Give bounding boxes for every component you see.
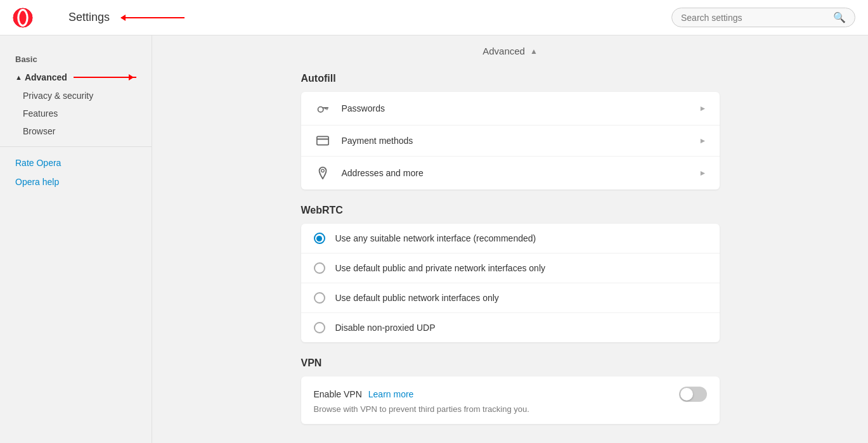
webrtc-option-default-public-label: Use default public network interfaces on… xyxy=(335,293,499,303)
passwords-row[interactable]: Passwords ► xyxy=(301,92,720,125)
svg-rect-10 xyxy=(316,136,328,144)
addresses-label: Addresses and more xyxy=(342,168,699,178)
vpn-description: Browse with VPN to prevent third parties… xyxy=(314,404,707,414)
webrtc-option-any[interactable]: Use any suitable network interface (reco… xyxy=(301,224,720,254)
radio-btn-default-public[interactable] xyxy=(314,292,325,304)
autofill-card: Passwords ► Payment methods ► xyxy=(301,92,720,189)
webrtc-option-disable-udp[interactable]: Disable non-proxied UDP xyxy=(301,313,720,342)
pin-icon xyxy=(314,167,332,179)
card-icon xyxy=(314,136,332,146)
vpn-toggle[interactable] xyxy=(679,387,707,402)
search-input[interactable] xyxy=(681,13,833,23)
sidebar-item-features[interactable]: Features xyxy=(0,105,152,122)
page-title: Settings xyxy=(68,11,110,24)
vpn-section-title: VPN xyxy=(301,357,720,369)
advanced-header-text: Advanced xyxy=(483,46,525,56)
chevron-down-icon: ▲ xyxy=(15,74,22,81)
layout: Basic ▲ Advanced Privacy & security Feat… xyxy=(0,35,868,443)
header: Settings 🔍 xyxy=(0,0,868,35)
addresses-chevron-icon: ► xyxy=(699,169,707,177)
content-area: Autofill Passwords ► xyxy=(282,73,739,424)
search-icon: 🔍 xyxy=(833,11,846,23)
autofill-section-title: Autofill xyxy=(301,73,720,84)
vpn-learn-more-link[interactable]: Learn more xyxy=(368,389,414,399)
radio-btn-any[interactable] xyxy=(314,233,325,244)
search-box[interactable]: 🔍 xyxy=(671,8,855,27)
title-arrow-annotation xyxy=(121,17,185,18)
payment-methods-label: Payment methods xyxy=(342,136,699,146)
webrtc-option-any-label: Use any suitable network interface (reco… xyxy=(335,233,536,243)
sidebar-item-privacy[interactable]: Privacy & security xyxy=(0,87,152,105)
vpn-label-group: Enable VPN Learn more xyxy=(314,389,414,399)
main-content: Advanced ▲ Autofill Passw xyxy=(152,35,868,443)
advanced-section-header: Advanced ▲ xyxy=(152,35,868,67)
advanced-label: Advanced xyxy=(25,72,67,82)
passwords-label: Passwords xyxy=(342,103,699,113)
vpn-row-top: Enable VPN Learn more xyxy=(314,387,707,402)
sidebar-item-advanced[interactable]: ▲ Advanced xyxy=(0,68,152,87)
rate-opera-link[interactable]: Rate Opera xyxy=(0,153,152,172)
vpn-card: Enable VPN Learn more Browse with VPN to… xyxy=(301,376,720,424)
sidebar-item-browser[interactable]: Browser xyxy=(0,122,152,140)
webrtc-option-default-both[interactable]: Use default public and private network i… xyxy=(301,254,720,283)
sidebar-basic-label: Basic xyxy=(0,48,152,68)
advanced-arrow-annotation xyxy=(74,77,136,78)
opera-logo-main xyxy=(13,8,33,28)
opera-help-link[interactable]: Opera help xyxy=(0,172,152,191)
chevron-up-icon: ▲ xyxy=(530,47,538,56)
payment-chevron-icon: ► xyxy=(699,136,707,145)
vpn-enable-label: Enable VPN xyxy=(314,389,362,399)
webrtc-option-default-both-label: Use default public and private network i… xyxy=(335,263,546,273)
radio-btn-default-both[interactable] xyxy=(314,262,325,274)
sidebar-divider xyxy=(0,146,152,147)
webrtc-option-disable-udp-label: Disable non-proxied UDP xyxy=(335,323,436,333)
sidebar: Basic ▲ Advanced Privacy & security Feat… xyxy=(0,35,152,443)
passwords-chevron-icon: ► xyxy=(699,104,707,113)
svg-point-12 xyxy=(321,169,324,172)
webrtc-card: Use any suitable network interface (reco… xyxy=(301,224,720,342)
webrtc-option-default-public[interactable]: Use default public network interfaces on… xyxy=(301,283,720,313)
payment-methods-row[interactable]: Payment methods ► xyxy=(301,125,720,157)
key-icon xyxy=(314,102,332,115)
radio-btn-disable-udp[interactable] xyxy=(314,322,325,333)
vpn-row: Enable VPN Learn more Browse with VPN to… xyxy=(301,376,720,424)
webrtc-section-title: WebRTC xyxy=(301,205,720,216)
svg-point-5 xyxy=(18,10,27,25)
header-left: Settings xyxy=(13,8,185,28)
addresses-row[interactable]: Addresses and more ► xyxy=(301,157,720,189)
